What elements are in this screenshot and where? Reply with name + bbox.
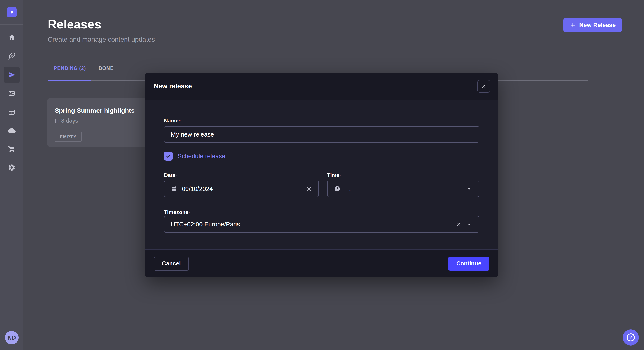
clear-icon [456, 221, 462, 227]
cloud-icon [8, 127, 16, 134]
sidebar-item-content-type-builder[interactable] [4, 104, 20, 120]
required-asterisk: * [179, 120, 180, 123]
date-field-label: Date* [164, 172, 178, 178]
help-button[interactable]: ? [623, 329, 639, 346]
question-mark-icon: ? [627, 334, 635, 342]
strapi-logo-icon[interactable] [6, 7, 17, 17]
timezone-input[interactable] [171, 221, 452, 228]
page-title: Releases [48, 17, 101, 31]
name-input[interactable] [171, 131, 472, 138]
time-dropdown-button[interactable] [466, 186, 472, 192]
required-asterisk: * [176, 174, 178, 178]
required-asterisk: * [189, 211, 190, 215]
strapi-logo-glyph [8, 9, 15, 15]
cancel-button[interactable]: Cancel [154, 257, 189, 271]
user-avatar[interactable]: KD [5, 331, 18, 345]
sidebar-item-content[interactable] [4, 48, 20, 64]
timezone-field-label: Timezone* [164, 209, 190, 215]
timezone-dropdown-button[interactable] [466, 221, 472, 227]
continue-button[interactable]: Continue [448, 257, 490, 271]
required-asterisk: * [340, 174, 342, 178]
new-release-modal: New release Name* Schedule release Date* [145, 73, 498, 277]
sidebar-item-deploy[interactable] [4, 123, 20, 139]
tab-done[interactable]: DONE [98, 65, 114, 71]
gear-icon [8, 164, 16, 172]
paper-plane-icon [8, 71, 16, 79]
sidebar-item-media-library[interactable] [4, 85, 20, 102]
calendar-icon [171, 185, 178, 192]
plus-icon [570, 22, 576, 28]
new-release-button[interactable]: New Release [564, 18, 622, 32]
sidebar-item-marketplace[interactable] [4, 141, 20, 157]
modal-close-button[interactable] [478, 80, 490, 93]
home-icon [8, 34, 16, 41]
media-library-icon [8, 90, 16, 97]
modal-header: New release [145, 73, 498, 100]
cart-icon [8, 145, 16, 153]
active-tab-underline [48, 80, 91, 81]
chevron-down-icon [466, 221, 472, 227]
chevron-down-icon [466, 186, 472, 192]
time-input-wrapper [327, 180, 479, 197]
sidebar-divider [0, 24, 24, 25]
time-input[interactable] [345, 185, 462, 192]
tab-pending[interactable]: PENDING (2) [54, 65, 86, 71]
schedule-release-checkbox[interactable] [164, 152, 173, 161]
timezone-input-wrapper [164, 216, 479, 233]
timezone-clear-button[interactable] [456, 221, 462, 227]
modal-title: New release [154, 82, 192, 90]
modal-body: Name* Schedule release Date* Time* [145, 100, 498, 249]
sidebar-item-home[interactable] [4, 29, 20, 45]
date-clear-button[interactable] [306, 186, 312, 192]
close-icon [481, 84, 486, 89]
schedule-release-label: Schedule release [178, 153, 225, 160]
feather-icon [8, 52, 16, 60]
name-input-wrapper [164, 126, 479, 143]
page-subtitle: Create and manage content updates [48, 36, 155, 43]
release-status-badge: EMPTY [55, 132, 82, 142]
clear-icon [306, 186, 312, 192]
sidebar-divider [0, 326, 24, 326]
sidebar: KD [0, 0, 24, 350]
modal-footer: Cancel Continue [145, 249, 498, 277]
layout-icon [8, 108, 16, 116]
app-root: KD Releases Create and manage content up… [0, 0, 644, 350]
name-field-label: Name* [164, 118, 180, 124]
clock-icon [334, 185, 341, 192]
schedule-release-row[interactable]: Schedule release [164, 152, 225, 161]
check-icon [166, 153, 172, 159]
time-field-label: Time* [327, 172, 342, 178]
date-input-wrapper [164, 180, 319, 197]
sidebar-item-releases[interactable] [4, 67, 20, 83]
date-input[interactable] [182, 185, 302, 192]
sidebar-item-settings[interactable] [4, 160, 20, 176]
new-release-button-label: New Release [579, 22, 616, 28]
